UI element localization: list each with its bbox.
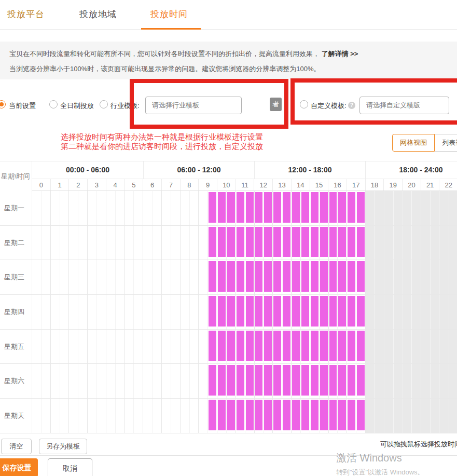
time-cell-selected[interactable]	[329, 191, 338, 225]
time-cell[interactable]	[162, 364, 171, 398]
time-cell-selected[interactable]	[245, 330, 255, 364]
cancel-button[interactable]: 取消	[48, 458, 92, 476]
time-cell[interactable]	[69, 399, 78, 433]
time-cell[interactable]	[69, 295, 78, 329]
time-cell-selected[interactable]	[245, 295, 255, 329]
time-cell-selected[interactable]	[273, 260, 282, 294]
time-cell[interactable]	[78, 260, 88, 294]
time-cell[interactable]	[366, 330, 375, 364]
time-cell-selected[interactable]	[282, 295, 292, 329]
time-cell-selected[interactable]	[301, 226, 310, 260]
time-cell[interactable]	[32, 330, 41, 364]
time-cell[interactable]	[181, 260, 190, 294]
time-cell-selected[interactable]	[310, 260, 320, 294]
time-cell[interactable]	[97, 226, 106, 260]
time-cell[interactable]	[69, 191, 78, 225]
time-cell-selected[interactable]	[255, 364, 264, 398]
time-cell-selected[interactable]	[347, 191, 356, 225]
time-cell[interactable]	[431, 399, 440, 433]
time-cell[interactable]	[41, 191, 51, 225]
time-cell[interactable]	[440, 226, 449, 260]
time-cell[interactable]	[153, 260, 162, 294]
time-cell-selected[interactable]	[217, 330, 227, 364]
time-cell[interactable]	[125, 399, 134, 433]
time-cell-selected[interactable]	[282, 260, 292, 294]
time-cell[interactable]	[190, 191, 199, 225]
time-cell[interactable]	[153, 191, 162, 225]
time-cell[interactable]	[60, 295, 70, 329]
time-cell-selected[interactable]	[320, 260, 329, 294]
time-cell-selected[interactable]	[264, 330, 273, 364]
time-cell[interactable]	[190, 260, 199, 294]
time-cell[interactable]	[449, 364, 457, 398]
time-cell-selected[interactable]	[255, 226, 264, 260]
time-cell-selected[interactable]	[255, 260, 264, 294]
time-cell-selected[interactable]	[236, 191, 245, 225]
time-cell-selected[interactable]	[347, 364, 356, 398]
time-cell[interactable]	[412, 226, 421, 260]
time-cell[interactable]	[431, 330, 440, 364]
time-cell[interactable]	[41, 226, 51, 260]
time-cell[interactable]	[431, 226, 440, 260]
time-cell[interactable]	[412, 260, 421, 294]
time-cell[interactable]	[153, 364, 162, 398]
time-cell[interactable]	[153, 330, 162, 364]
time-cell[interactable]	[375, 191, 384, 225]
time-cell[interactable]	[153, 295, 162, 329]
time-cell-selected[interactable]	[292, 330, 301, 364]
time-cell[interactable]	[171, 226, 181, 260]
time-cell[interactable]	[78, 399, 88, 433]
time-cell[interactable]	[421, 330, 431, 364]
time-cell-selected[interactable]	[273, 191, 282, 225]
time-cell[interactable]	[32, 364, 41, 398]
time-cell-selected[interactable]	[320, 364, 329, 398]
time-cell[interactable]	[134, 399, 143, 433]
time-cell[interactable]	[394, 330, 403, 364]
time-cell[interactable]	[440, 295, 449, 329]
time-cell-selected[interactable]	[320, 226, 329, 260]
time-cell[interactable]	[125, 260, 134, 294]
time-cell[interactable]	[116, 364, 125, 398]
time-cell[interactable]	[412, 295, 421, 329]
time-cell[interactable]	[32, 191, 41, 225]
time-cell-selected[interactable]	[282, 191, 292, 225]
time-cell-selected[interactable]	[245, 364, 255, 398]
time-cell[interactable]	[143, 399, 153, 433]
time-cell[interactable]	[199, 260, 208, 294]
time-cell[interactable]	[41, 295, 51, 329]
time-cell[interactable]	[41, 330, 51, 364]
time-cell-selected[interactable]	[282, 330, 292, 364]
time-cell[interactable]	[171, 191, 181, 225]
time-cell-selected[interactable]	[217, 364, 227, 398]
time-cell[interactable]	[125, 330, 134, 364]
time-cell[interactable]	[88, 226, 97, 260]
time-cell[interactable]	[32, 295, 41, 329]
time-cell[interactable]	[403, 226, 412, 260]
time-cell[interactable]	[106, 330, 116, 364]
time-cell-selected[interactable]	[236, 226, 245, 260]
time-cell-selected[interactable]	[310, 295, 320, 329]
time-cell[interactable]	[394, 295, 403, 329]
time-cell[interactable]	[366, 295, 375, 329]
radio-industry-template[interactable]	[100, 100, 108, 108]
time-cell[interactable]	[181, 399, 190, 433]
time-cell-selected[interactable]	[329, 226, 338, 260]
clear-button[interactable]: 清空	[1, 439, 32, 454]
time-cell[interactable]	[162, 226, 171, 260]
time-cell[interactable]	[384, 260, 394, 294]
time-cell-selected[interactable]	[320, 330, 329, 364]
grid-view-button[interactable]: 网格视图	[392, 134, 435, 152]
time-cell-selected[interactable]	[301, 295, 310, 329]
time-cell-selected[interactable]	[356, 226, 366, 260]
time-cell[interactable]	[78, 330, 88, 364]
time-cell[interactable]	[375, 295, 384, 329]
time-cell-selected[interactable]	[301, 330, 310, 364]
time-cell[interactable]	[449, 330, 457, 364]
time-cell[interactable]	[421, 191, 431, 225]
time-cell[interactable]	[403, 364, 412, 398]
time-cell[interactable]	[106, 295, 116, 329]
time-cell-selected[interactable]	[310, 364, 320, 398]
time-cell-selected[interactable]	[292, 364, 301, 398]
time-cell[interactable]	[51, 191, 60, 225]
time-cell-selected[interactable]	[356, 330, 366, 364]
